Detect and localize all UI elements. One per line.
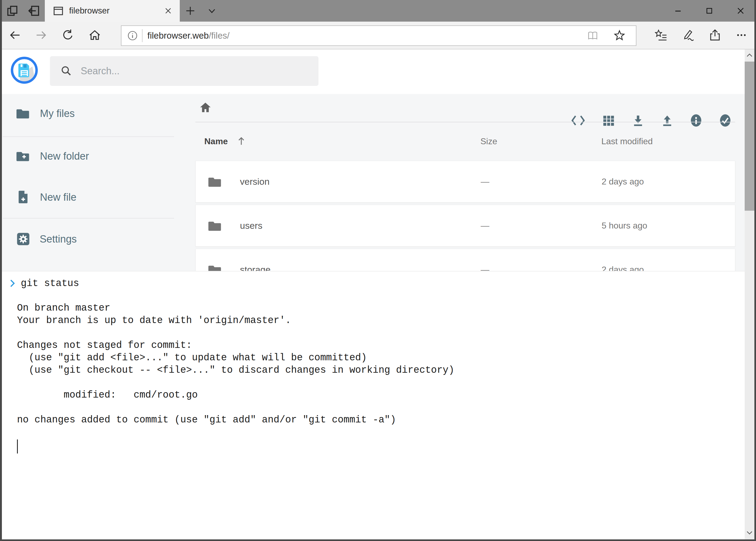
select-multiple-button[interactable] [712,107,739,134]
tab-list-dropdown-button[interactable] [203,0,221,22]
breadcrumb-home-icon [199,101,212,114]
chevron-down-icon [207,6,217,16]
set-tabs-aside-button[interactable] [25,0,43,22]
more-dots-icon [735,28,748,42]
folder-icon [208,220,222,232]
file-modified: 5 hours ago [602,221,647,231]
new-folder-icon [16,150,30,162]
browser-toolbar: filebrowser.web/files/ [0,22,756,49]
close-window-button[interactable] [727,0,754,22]
folder-icon [16,108,30,119]
share-button[interactable] [704,22,726,49]
sidebar-item-label: Settings [40,234,77,245]
sidebar-item-settings[interactable]: Settings [0,224,174,254]
sidebar-item-label: My files [40,108,75,119]
hub-icon [654,28,668,42]
sidebar-divider [3,136,174,137]
window-border-bottom [0,539,756,541]
prompt-chevron-icon [8,278,18,288]
filebrowser-logo[interactable] [11,57,38,84]
window-border-left [0,0,2,541]
sidebar-item-label: New folder [40,151,89,162]
maximize-icon [705,6,714,15]
terminal-line [17,289,454,302]
titlebar: filebrowser [0,0,756,22]
settings-icon [16,232,30,246]
refresh-icon [61,29,74,42]
terminal-line: (use "git checkout -- <file>..." to disc… [17,364,454,376]
terminal-line: no changes added to commit (use "git add… [17,414,454,426]
scroll-down-button[interactable] [745,527,754,539]
tab-favicon-icon [53,5,64,16]
terminal-output: On branch master Your branch is up to da… [17,289,454,439]
favorites-hub-button[interactable] [650,22,672,49]
chevron-down-icon [745,529,754,537]
terminal-line: Changes not staged for commit: [17,339,454,352]
view-mode-button[interactable] [595,107,622,134]
minimize-button[interactable] [664,0,691,22]
url-divider [142,29,142,42]
refresh-button[interactable] [57,22,78,49]
info-icon [689,114,703,127]
search-bar[interactable] [50,56,319,86]
home-button[interactable] [84,22,105,49]
window-border-right [754,0,756,541]
terminal-prompt-line: git status [8,277,79,289]
column-header-name[interactable]: Name [204,136,228,146]
file-size: — [481,177,489,187]
reading-view-icon[interactable] [586,29,599,42]
browser-tab[interactable]: filebrowser [45,0,180,22]
site-info-icon[interactable] [127,30,138,41]
raw-editor-button[interactable] [565,107,592,134]
terminal-line: (use "git add <file>..." to update what … [17,352,454,364]
info-button[interactable] [682,107,710,134]
search-icon [60,65,73,77]
tab-close-icon[interactable] [163,6,173,15]
column-header-size[interactable]: Size [480,136,497,146]
tab-preview-icon [6,5,19,17]
share-icon [708,28,722,42]
back-button[interactable] [4,22,25,49]
sidebar-item-label: New file [40,192,76,203]
sidebar-item-my-files[interactable]: My files [0,99,174,128]
maximize-button[interactable] [696,0,723,22]
back-icon [8,29,21,42]
file-row-version[interactable]: version — 2 days ago [195,161,735,203]
scrollbar-thumb[interactable] [745,62,754,211]
tab-preview-button[interactable] [4,0,22,22]
favorite-star-icon[interactable] [613,29,626,42]
terminal-line [17,426,454,439]
sidebar-item-new-folder[interactable]: New folder [0,141,174,171]
search-input[interactable] [80,65,297,77]
forward-icon [35,29,48,42]
sidebar-item-new-file[interactable]: New file [0,182,174,212]
chevron-up-icon [745,51,754,59]
minimize-icon [673,6,682,15]
folder-icon [208,176,222,188]
scroll-up-button[interactable] [745,49,754,61]
sort-ascending-icon[interactable] [235,135,247,147]
file-size: — [481,221,489,231]
url-path: /files/ [209,31,229,41]
column-header-modified[interactable]: Last modified [601,136,652,146]
breadcrumb-home-button[interactable] [199,101,212,114]
download-icon [631,114,645,127]
home-icon [88,28,102,42]
grid-icon [602,114,615,127]
file-name: version [240,176,270,187]
forward-button[interactable] [31,22,52,49]
terminal-line [17,327,454,339]
floppy-disk-icon [13,59,35,81]
new-file-icon [17,190,29,204]
file-row-users[interactable]: users — 5 hours ago [195,205,735,247]
code-icon [571,114,586,127]
url-bar[interactable]: filebrowser.web/files/ [121,25,636,46]
terminal-line [17,401,454,414]
download-button[interactable] [625,107,651,134]
new-tab-button[interactable] [181,0,199,22]
annotate-button[interactable] [677,22,699,49]
listing-header-divider [195,122,735,122]
more-actions-button[interactable] [730,22,752,49]
terminal-panel[interactable]: git status On branch master Your branch … [2,271,745,539]
upload-button[interactable] [654,107,681,134]
